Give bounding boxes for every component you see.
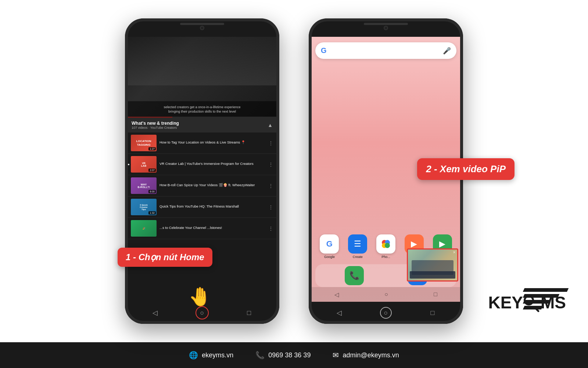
google-logo-icon: G (321, 46, 327, 55)
hero-text-line1: selected creators get a once-in-a-lifeti… (132, 105, 273, 110)
yt-more-btn-2[interactable]: ⋮ (268, 162, 273, 167)
yt-video-item-2[interactable]: VRLAB 2:07 VR Creator Lab | YouTube's Im… (128, 154, 276, 175)
phone2-back-button[interactable]: ◁ (334, 307, 345, 318)
yt-video-title-5: ...s to Celebrate Your Channel ...lstone… (159, 226, 265, 230)
footer-email: ✉ admin@ekeyms.vn (333, 351, 399, 360)
phone2-nav-bar: ◁ ○ □ (309, 302, 463, 324)
phone-number: 0969 38 36 39 (268, 351, 311, 359)
yt-video-info-5: ...s to Celebrate Your Channel ...lstone… (159, 226, 265, 231)
footer-website: 🌐 ekeyms.vn (189, 351, 233, 360)
phone2-camera (384, 26, 388, 30)
phone2-recents-button[interactable]: □ (427, 307, 438, 318)
globe-icon: 🌐 (189, 351, 198, 360)
android-google-bar[interactable]: G 🎤 (315, 42, 456, 59)
keyms-magnifier-icon (524, 295, 540, 311)
yt-video-title-4: Quick Tips from YouTube HQ: The Fitness … (159, 204, 265, 209)
callout-label-1: 1 - Chọn nút Home (118, 248, 212, 267)
yt-more-btn-5[interactable]: ⋮ (268, 226, 273, 231)
android-phone-app[interactable]: 📞 (345, 266, 364, 285)
keyms-logo-ms: MS (541, 294, 566, 311)
android-back-icon[interactable]: ◁ (334, 291, 339, 298)
yt-more-btn-4[interactable]: ⋮ (268, 204, 273, 210)
yt-playlist-header: What's new & trending 107 videos · YouTu… (128, 118, 276, 132)
recents-button[interactable]: □ (244, 307, 255, 318)
microphone-icon[interactable]: 🎤 (443, 47, 451, 55)
photos-app-icon (376, 234, 395, 254)
playlist-title: What's new & trending (132, 121, 179, 126)
email-icon: ✉ (333, 351, 339, 360)
phone2-notch (364, 23, 408, 25)
keyms-logo-area: KEY MS (488, 294, 566, 311)
playlist-expand-icon: ▲ (268, 122, 273, 128)
phone2-wrapper: G 🎤 G Google (309, 18, 463, 324)
yt-duration-1: 1:27 (148, 147, 156, 151)
android-app-google[interactable]: G Google (320, 234, 339, 259)
yt-video-info-1: How to Tag Your Location on Videos & Liv… (159, 140, 265, 145)
keyms-logo-key: KEY (488, 294, 523, 311)
yt-thumb-4: 3 QuickCreatorTips 1:32 (131, 199, 157, 215)
yt-duration-4: 1:32 (148, 211, 156, 215)
pip-close-icon[interactable]: ✕ (453, 250, 456, 254)
yt-hero-video: selected creators get a once-in-a-lifeti… (128, 37, 276, 118)
pip-video-overlay[interactable]: ✕ (407, 248, 458, 282)
android-app-create[interactable]: ☰ Create (348, 234, 367, 259)
create-app-label: Create (353, 255, 363, 259)
android-recents-icon[interactable]: □ (434, 291, 437, 298)
android-app-photos[interactable]: Pho... (376, 234, 395, 259)
playlist-sub: 107 videos · YouTube Creators (132, 126, 179, 130)
callout-label-2: 2 - Xem video PiP (417, 158, 514, 180)
phone1-camera (200, 26, 204, 30)
yt-video-item-5[interactable]: 🎉 ...s to Celebrate Your Channel ...lsto… (128, 218, 276, 239)
yt-more-btn-1[interactable]: ⋮ (268, 140, 273, 146)
google-app-label: Google (324, 255, 335, 259)
yt-video-item-4[interactable]: 3 QuickCreatorTips 1:32 Quick Tips from … (128, 197, 276, 218)
magnifier-circle (524, 295, 534, 305)
main-content: selected creators get a once-in-a-lifeti… (0, 0, 588, 342)
yt-thumb-3: WHYB-ROLL?! 6:00 (131, 177, 157, 194)
hero-overlay: selected creators get a once-in-a-lifeti… (128, 101, 276, 118)
home-button[interactable]: ○ (196, 306, 209, 319)
yt-video-info-4: Quick Tips from YouTube HQ: The Fitness … (159, 204, 265, 209)
photos-app-label: Pho... (381, 255, 390, 259)
google-app-icon: G (320, 234, 339, 254)
yt-duration-3: 6:00 (148, 190, 156, 193)
yt-video-info-2: VR Creator Lab | YouTube's Immersive Pro… (159, 162, 265, 167)
back-button[interactable]: ◁ (150, 307, 161, 318)
yt-video-title-2: VR Creator Lab | YouTube's Immersive Pro… (159, 162, 265, 166)
hand-cursor-icon: 🤚 (189, 286, 211, 307)
footer-phone: 📞 0969 38 36 39 (255, 351, 311, 360)
yt-video-item-1[interactable]: LOCATIONTAGGING 1:27 How to Tag Your Loc… (128, 132, 276, 154)
android-home-area (312, 63, 460, 229)
phone1-mockup: selected creators get a once-in-a-lifeti… (125, 18, 279, 324)
phones-wrapper: selected creators get a once-in-a-lifeti… (125, 18, 463, 324)
svg-point-3 (385, 243, 390, 248)
yt-video-info-3: How B-roll Can Spice Up Your Videos 🎬🍿 f… (159, 183, 265, 188)
phone1-wrapper: selected creators get a once-in-a-lifeti… (125, 18, 279, 324)
yt-video-title-3: How B-roll Can Spice Up Your Videos 🎬🍿 f… (159, 183, 265, 187)
create-app-icon: ☰ (348, 234, 367, 254)
yt-more-btn-3[interactable]: ⋮ (268, 183, 273, 189)
yt-duration-2: 2:07 (148, 169, 156, 172)
yt-thumb-2: VRLAB 2:07 (131, 156, 157, 173)
yt-thumb-1: LOCATIONTAGGING 1:27 (131, 135, 157, 151)
hero-text-line2: bringing their production skills to the … (132, 109, 273, 114)
pip-video-content: ✕ (408, 250, 457, 280)
yt-video-list: LOCATIONTAGGING 1:27 How to Tag Your Loc… (128, 132, 276, 302)
phone1-notch (180, 23, 224, 25)
footer-bar: 🌐 ekeyms.vn 📞 0969 38 36 39 ✉ admin@ekey… (0, 342, 588, 368)
playlist-info: What's new & trending 107 videos · YouTu… (132, 121, 179, 130)
phone-icon: 📞 (255, 351, 265, 360)
android-home-icon[interactable]: ○ (384, 291, 388, 298)
phone-app-icon: 📞 (345, 266, 364, 285)
email-address: admin@ekeyms.vn (343, 351, 399, 359)
yt-video-item-3[interactable]: WHYB-ROLL?! 6:00 How B-roll Can Spice Up… (128, 175, 276, 197)
yt-thumb-5: 🎉 (131, 220, 157, 237)
android-nav-bar: ◁ ○ □ (312, 287, 460, 302)
yt-video-title-1: How to Tag Your Location on Videos & Liv… (159, 140, 265, 145)
website-url: ekeyms.vn (202, 351, 233, 359)
phone2-home-button[interactable]: ○ (380, 307, 392, 319)
stripe-1 (523, 288, 569, 292)
